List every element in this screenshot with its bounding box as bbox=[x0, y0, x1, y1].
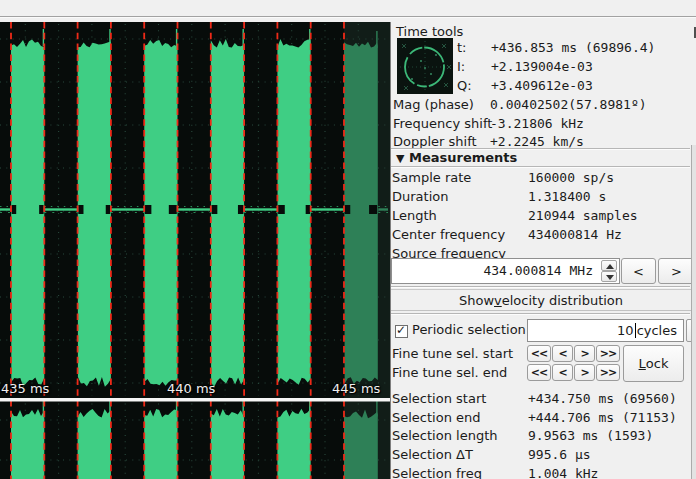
source-frequency-input[interactable]: 434.000814 MHz bbox=[391, 258, 620, 284]
fine-tune-step-button[interactable]: << bbox=[527, 364, 551, 381]
info-row: Center frequency434000814 Hz bbox=[391, 226, 691, 245]
fine-tune-buttons: <<<>>> bbox=[527, 345, 620, 362]
info-row: Duration1.318400 s bbox=[391, 188, 691, 207]
info-row: Selection ΔT995.6 µs bbox=[391, 446, 691, 465]
time-tick-label: 440 ms bbox=[167, 381, 215, 396]
row-value: 210944 samples bbox=[528, 208, 638, 223]
separator bbox=[391, 166, 690, 168]
row-label: Duration bbox=[392, 189, 448, 204]
row-label: Center frequency bbox=[392, 227, 505, 242]
cycles-suffix: cycles bbox=[637, 323, 677, 338]
info-row: Selection end+444.706 ms (71153) bbox=[391, 409, 691, 428]
row-value: +434.750 ms (69560) bbox=[528, 391, 677, 406]
waveform-plot[interactable] bbox=[0, 22, 390, 479]
row-label: Selection end bbox=[392, 410, 481, 425]
row-label: Selection length bbox=[392, 428, 497, 443]
info-row: Length210944 samples bbox=[391, 207, 691, 226]
row-value: +3.409612e-03 bbox=[491, 78, 593, 93]
fine-tune-step-button[interactable]: > bbox=[574, 345, 595, 362]
periodic-selection-label: Periodic selection bbox=[412, 322, 526, 337]
fine-tune-step-button[interactable]: >> bbox=[596, 345, 620, 362]
row-label: I: bbox=[457, 59, 465, 74]
row-label: Length bbox=[392, 208, 437, 223]
row-value: +436.853 ms (69896.4) bbox=[491, 40, 655, 55]
lock-button[interactable]: Lock bbox=[623, 345, 684, 382]
row-value: 1.318400 s bbox=[528, 189, 606, 204]
info-row: Selection length9.9563 ms (1593) bbox=[391, 427, 691, 446]
info-row: I:+2.139004e-03 bbox=[457, 58, 695, 77]
fine-tune-label: Fine tune sel. start bbox=[392, 346, 513, 361]
fine-tune-step-button[interactable]: < bbox=[552, 345, 573, 362]
row-value: +2.2245 km/s bbox=[490, 134, 584, 149]
spin-down-button[interactable] bbox=[601, 271, 617, 282]
measurements-rows: Sample rate160000 sp/sDuration1.318400 s… bbox=[391, 169, 691, 264]
periodic-selection-checkbox[interactable]: ✓ bbox=[395, 325, 408, 338]
row-label: Q: bbox=[457, 78, 472, 93]
info-row: Q:+3.409612e-03 bbox=[457, 77, 695, 96]
arrow-up-icon bbox=[606, 264, 614, 269]
info-row: Selection start+434.750 ms (69560) bbox=[391, 390, 691, 409]
arrow-down-icon bbox=[606, 275, 614, 280]
row-label: Mag (phase) bbox=[393, 97, 474, 112]
row-value: -3.21806 kHz bbox=[490, 116, 584, 131]
checkmark-icon: ✓ bbox=[396, 323, 406, 337]
time-tick-label: 445 ms bbox=[332, 381, 380, 396]
time-tick-label: 435 ms bbox=[1, 381, 49, 396]
time-tools-rows: Mag (phase)0.00402502(57.8981º)Frequency… bbox=[391, 96, 691, 152]
info-row: Sample rate160000 sp/s bbox=[391, 169, 691, 188]
row-value: 434000814 Hz bbox=[528, 227, 622, 242]
fine-tune-step-button[interactable]: < bbox=[552, 364, 573, 381]
row-label: Selection start bbox=[392, 391, 486, 406]
show-velocity-distribution-button[interactable]: Show velocity distribution bbox=[391, 289, 691, 311]
waveform-view[interactable]: 435 ms440 ms445 ms bbox=[0, 22, 390, 479]
info-row: Mag (phase)0.00402502(57.8981º) bbox=[391, 96, 691, 115]
row-value: 160000 sp/s bbox=[528, 170, 614, 185]
right-panel: Time tools t:+436.853 ms (69896.4)I:+2.1… bbox=[390, 22, 696, 479]
row-value: 9.9563 ms (1593) bbox=[528, 428, 653, 443]
step-back-button[interactable]: < bbox=[621, 258, 656, 284]
fine-tune-step-button[interactable]: >> bbox=[596, 364, 620, 381]
app-window: 435 ms440 ms445 ms Time tools t:+436.853… bbox=[0, 0, 696, 479]
measurements-header[interactable]: ▼ Measurements bbox=[396, 150, 517, 165]
row-label: Selection ΔT bbox=[392, 447, 473, 462]
text-cursor bbox=[635, 323, 636, 338]
separator bbox=[391, 313, 690, 315]
row-label: Selection freq bbox=[392, 466, 482, 479]
row-value: 1.004 kHz bbox=[528, 466, 598, 479]
collapse-triangle-icon[interactable]: ▼ bbox=[396, 152, 404, 165]
separator bbox=[391, 286, 690, 288]
cycles-value: 10 bbox=[617, 323, 634, 338]
frequency-spinner[interactable] bbox=[601, 260, 617, 282]
row-label: Doppler shift bbox=[393, 134, 477, 149]
row-value: +444.706 ms (71153) bbox=[528, 410, 677, 425]
row-value: 0.00402502(57.8981º) bbox=[490, 97, 647, 112]
cycles-input[interactable]: 10 cycles bbox=[527, 319, 684, 342]
iq-constellation-icon bbox=[397, 38, 453, 94]
source-frequency-value: 434.000814 MHz bbox=[483, 263, 593, 278]
row-value: +2.139004e-03 bbox=[491, 59, 593, 74]
row-value: 995.6 µs bbox=[528, 447, 591, 462]
row-label: t: bbox=[457, 40, 466, 55]
fine-tune-step-button[interactable]: << bbox=[527, 345, 551, 362]
fine-tune-buttons: <<<>>> bbox=[527, 364, 620, 381]
step-forward-button[interactable]: > bbox=[658, 258, 695, 284]
fine-tune-label: Fine tune sel. end bbox=[392, 365, 507, 380]
info-row: Frequency shift-3.21806 kHz bbox=[391, 115, 691, 134]
selection-info-rows: Selection start+434.750 ms (69560)Select… bbox=[391, 390, 691, 479]
row-label: Sample rate bbox=[392, 170, 471, 185]
time-tools-title: Time tools bbox=[396, 24, 463, 39]
info-row: Selection freq1.004 kHz bbox=[391, 465, 691, 479]
iq-readout: t:+436.853 ms (69896.4)I:+2.139004e-03Q:… bbox=[457, 39, 695, 96]
scrollbar[interactable] bbox=[691, 145, 696, 479]
info-row: t:+436.853 ms (69896.4) bbox=[457, 39, 695, 58]
row-label: Frequency shift bbox=[393, 116, 492, 131]
top-strip bbox=[0, 0, 696, 22]
spin-up-button[interactable] bbox=[601, 260, 617, 271]
fine-tune-step-button[interactable]: > bbox=[574, 364, 595, 381]
